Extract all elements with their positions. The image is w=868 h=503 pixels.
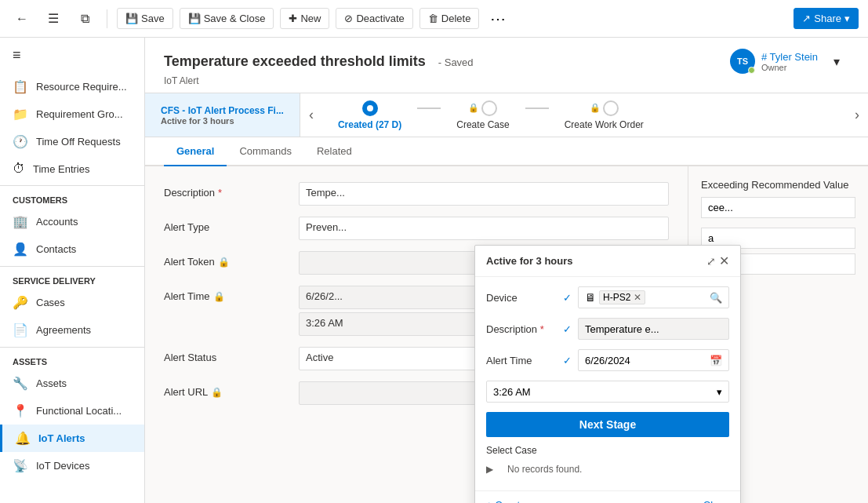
calendar-icon: 📅	[710, 355, 722, 366]
popup-close-button[interactable]: ✕	[719, 253, 729, 268]
sidebar-item-cases[interactable]: 🔑 Cases	[0, 289, 144, 316]
popup-device-check: ✓	[563, 292, 572, 304]
description-label: Description *	[164, 182, 289, 199]
sidebar-item-resource-requirements[interactable]: 📋 Resource Require...	[0, 73, 144, 100]
device-tag-remove[interactable]: ✕	[634, 292, 641, 303]
exceeding-label: Exceeding Recommended Value	[701, 179, 855, 191]
popup-alert-time-time[interactable]: 3:26 AM ▾	[486, 381, 729, 403]
stages-container: Created (27 D) 🔒 Create Case	[322, 93, 846, 137]
share-icon: ↗	[802, 13, 811, 24]
save-close-button[interactable]: 💾 Save & Close	[180, 8, 274, 29]
process-bar: CFS - IoT Alert Process Fi... Active for…	[145, 93, 868, 137]
next-stage-button[interactable]: Next Stage	[486, 412, 729, 437]
form-row-alert-type: Alert Type Preven...	[164, 217, 669, 240]
sidebar-item-requirement-groups[interactable]: 📁 Requirement Gro...	[0, 100, 144, 128]
sidebar-divider-3	[0, 347, 144, 348]
sidebar-item-contacts[interactable]: 👤 Contacts	[0, 235, 144, 263]
alert-type-label: Alert Type	[164, 217, 289, 233]
iot-devices-icon: 📡	[13, 458, 28, 473]
list-icon: ☰	[48, 11, 59, 26]
time-dropdown-icon: ▾	[717, 386, 722, 398]
save-icon: 💾	[125, 13, 138, 24]
new-button[interactable]: ✚ New	[280, 8, 329, 29]
tab-commands[interactable]: Commands	[227, 137, 303, 166]
popup-footer-close[interactable]: Close	[703, 499, 729, 503]
deactivate-button[interactable]: ⊘ Deactivate	[336, 8, 412, 29]
stage-create-case-label: Create Case	[456, 119, 509, 130]
resource-requirements-icon: 📋	[13, 79, 28, 94]
popup-alert-time-date[interactable]: 6/26/2024 📅	[578, 349, 729, 371]
delete-button[interactable]: 🗑 Delete	[419, 8, 480, 29]
stage-chevron-left[interactable]: ‹	[300, 93, 322, 137]
tab-general[interactable]: General	[164, 137, 227, 166]
record-saved-status: - Saved	[438, 56, 474, 68]
stage-create-case[interactable]: 🔒 Create Case	[441, 94, 525, 137]
alert-token-lock-icon: 🔒	[218, 257, 230, 268]
stage-created-label: Created (27 D)	[338, 119, 401, 130]
customers-section-header: Customers	[0, 189, 144, 208]
popup-device-value[interactable]: 🖥 H-PS2 ✕ 🔍	[578, 286, 729, 308]
more-options-button[interactable]: ⋯	[485, 9, 510, 28]
service-section-header: Service Delivery	[0, 270, 144, 289]
stage-created-circle	[362, 100, 378, 116]
active-stage-name: CFS - IoT Alert Process Fi...	[161, 105, 284, 116]
owner-dropdown-button[interactable]: ▾	[824, 49, 849, 74]
form-row-description: Description * Tempe...	[164, 182, 669, 206]
stage-create-work-order-circle	[603, 100, 619, 116]
deactivate-icon: ⊘	[344, 13, 353, 24]
sidebar-item-accounts[interactable]: 🏢 Accounts	[0, 208, 144, 235]
popup-description-check: ✓	[563, 323, 572, 335]
popup-device-label: Device	[486, 292, 557, 304]
owner-status-dot	[748, 67, 755, 74]
stage-create-work-order[interactable]: 🔒 Create Work Order	[549, 94, 659, 137]
assets-icon: 🔧	[13, 376, 28, 391]
assets-section-header: Assets	[0, 351, 144, 370]
new-window-button[interactable]: ⧉	[72, 6, 97, 31]
stage-created[interactable]: Created (27 D)	[322, 94, 417, 137]
submenu-item[interactable]: ▶ No records found.	[486, 461, 729, 478]
popup-body: Device ✓ 🖥 H-PS2 ✕ 🔍	[475, 277, 740, 487]
sidebar-item-iot-alerts[interactable]: 🔔 IoT Alerts	[0, 425, 144, 452]
back-button[interactable]: ←	[9, 6, 35, 31]
stage-chevron-right[interactable]: ›	[846, 93, 868, 137]
description-value[interactable]: Tempe...	[299, 182, 669, 206]
share-button[interactable]: ↗ Share ▾	[794, 8, 859, 29]
list-view-button[interactable]: ☰	[41, 6, 66, 31]
owner-section: TS # Tyler Stein Owner ▾	[730, 49, 849, 74]
alert-time-lock-icon: 🔒	[213, 291, 225, 302]
iot-alerts-icon: 🔔	[15, 431, 31, 446]
exceeding-value-1: cee...	[701, 197, 855, 218]
alert-token-label: Alert Token 🔒	[164, 251, 289, 268]
alert-status-label: Alert Status	[164, 347, 289, 363]
popup-footer: + Create Close	[475, 490, 740, 503]
popup-device-row: Device ✓ 🖥 H-PS2 ✕ 🔍	[486, 286, 729, 308]
popup-device-search-icon[interactable]: 🔍	[710, 292, 722, 304]
active-process-stage[interactable]: CFS - IoT Alert Process Fi... Active for…	[145, 93, 300, 137]
content-main: CFS - IoT Alert Process Fi... Active for…	[145, 93, 868, 503]
cases-icon: 🔑	[13, 295, 28, 310]
owner-name[interactable]: # Tyler Stein	[761, 51, 818, 63]
create-link[interactable]: + Create	[486, 499, 525, 503]
sidebar-item-assets[interactable]: 🔧 Assets	[0, 370, 144, 397]
sidebar-item-iot-devices[interactable]: 📡 IoT Devices	[0, 452, 144, 479]
alert-url-label: Alert URL 🔒	[164, 381, 289, 398]
sidebar-hamburger[interactable]: ≡	[0, 38, 144, 73]
alert-type-value[interactable]: Preven...	[299, 217, 669, 240]
popup-description-required: *	[540, 323, 544, 335]
sidebar-item-time-entries[interactable]: ⏱ Time Entries	[0, 155, 144, 182]
popup-alert-time-check: ✓	[563, 355, 572, 366]
owner-label: Owner	[761, 63, 818, 72]
save-button[interactable]: 💾 Save	[117, 8, 173, 29]
alert-url-lock-icon: 🔒	[211, 387, 223, 398]
back-icon: ←	[16, 12, 28, 26]
select-case-label: Select Case	[486, 445, 729, 456]
sidebar-item-time-off-requests[interactable]: 🕐 Time Off Requests	[0, 128, 144, 155]
sidebar-item-agreements[interactable]: 📄 Agreements	[0, 316, 144, 344]
active-stage-sub: Active for 3 hours	[161, 116, 284, 126]
popup-description-value[interactable]: Temperature e...	[578, 318, 729, 340]
delete-icon: 🗑	[428, 13, 438, 24]
popup-alert-time-label: Alert Time	[486, 355, 557, 366]
sidebar-item-functional-locations[interactable]: 📍 Functional Locati...	[0, 397, 144, 425]
popup-expand-button[interactable]: ⤢	[706, 253, 716, 268]
tab-related[interactable]: Related	[304, 137, 365, 166]
